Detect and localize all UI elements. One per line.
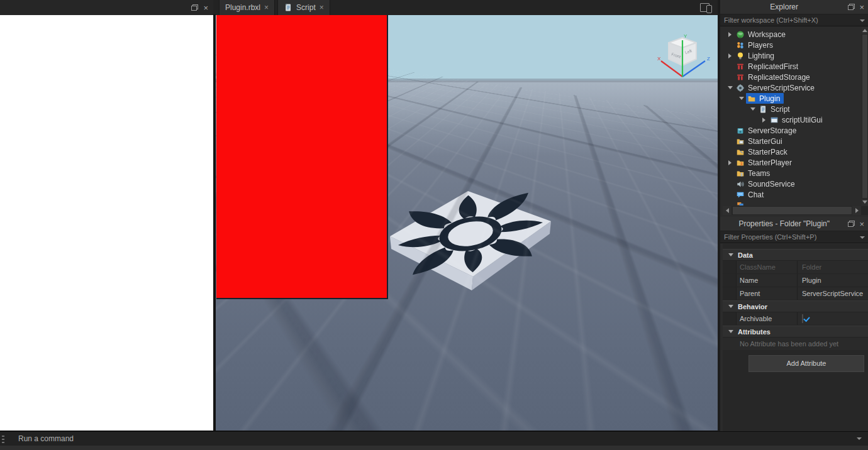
sound-service-icon	[736, 180, 745, 189]
chevron-right-icon[interactable]	[759, 115, 769, 124]
property-row-parent[interactable]: ParentServerScriptService	[723, 287, 868, 300]
tree-item-chat[interactable]: Chat	[723, 189, 862, 200]
tab-close-icon[interactable]: ×	[264, 4, 269, 11]
explorer-vertical-scrollbar[interactable]	[862, 27, 868, 206]
chevron-down-icon[interactable]	[860, 19, 865, 22]
explorer-horizontal-scrollbar[interactable]	[723, 206, 868, 215]
add-attribute-button[interactable]: Add Attribute	[748, 355, 864, 372]
tree-item-startergui[interactable]: StarterGui	[723, 136, 862, 146]
plugin-gui-red-frame[interactable]	[216, 15, 388, 299]
property-gutter	[723, 274, 737, 287]
scroll-left-icon[interactable]	[723, 206, 732, 215]
tree-item-core[interactable]: ServerStorage	[735, 125, 800, 136]
tree-item-core[interactable]: scriptUtilGui	[769, 114, 826, 125]
tab-script[interactable]: Script×	[277, 0, 330, 15]
command-input[interactable]: Run a command	[18, 434, 857, 443]
chevron-down-icon[interactable]	[725, 83, 735, 92]
tree-item-core[interactable]: Chat	[735, 189, 767, 200]
float-window-icon[interactable]	[191, 4, 198, 11]
scrollbar-thumb[interactable]	[733, 207, 852, 214]
close-icon[interactable]: ×	[203, 4, 208, 12]
folder-icon	[747, 94, 756, 103]
scroll-down-icon[interactable]	[862, 199, 868, 206]
property-value[interactable]: Folder	[798, 261, 868, 273]
explorer-header[interactable]: Explorer ×	[720, 0, 868, 14]
tree-item-players[interactable]: Players	[723, 40, 862, 50]
tree-item-lighting[interactable]: Lighting	[723, 50, 862, 61]
tree-item-partial[interactable]	[723, 200, 862, 206]
command-bar[interactable]: Run a command	[0, 431, 868, 446]
property-value[interactable]: Plugin	[798, 274, 868, 287]
tree-item-core[interactable]: Workspace	[735, 29, 789, 40]
properties-filter-input[interactable]: Filter Properties (Ctrl+Shift+P)	[720, 231, 868, 243]
tree-item-core[interactable]: ServerScriptService	[735, 82, 818, 93]
tree-item-core[interactable]: Script	[757, 104, 794, 114]
property-value[interactable]	[798, 312, 868, 325]
property-row-name[interactable]: NamePlugin	[723, 274, 868, 287]
scroll-up-icon[interactable]	[862, 27, 868, 34]
close-icon[interactable]: ×	[859, 220, 864, 228]
tree-item-core[interactable]: Lighting	[735, 50, 778, 61]
chevron-right-icon[interactable]	[725, 158, 735, 167]
tree-item-core[interactable]: ReplicatedFirst	[735, 61, 802, 72]
tree-item-core[interactable]	[735, 200, 752, 206]
tree-item-scriptutilgui[interactable]: scriptUtilGui	[723, 114, 862, 125]
tree-item-replicatedstorage[interactable]: ReplicatedStorage	[723, 72, 862, 82]
tree-item-script[interactable]: Script	[723, 104, 862, 114]
tree-item-serverscriptservice[interactable]: ServerScriptService	[723, 82, 862, 93]
tree-item-serverstorage[interactable]: ServerStorage	[723, 125, 862, 136]
explorer-filter-input[interactable]: Filter workspace (Ctrl+Shift+X)	[720, 14, 868, 26]
tab-plugin-rbxl[interactable]: Plugin.rbxl×	[219, 0, 275, 15]
tree-item-plugin[interactable]: Plugin	[723, 93, 862, 104]
tree-item-soundservice[interactable]: SoundService	[723, 178, 862, 189]
tree-item-core[interactable]: StarterPack	[735, 146, 791, 157]
tree-item-core[interactable]: ReplicatedStorage	[735, 72, 814, 82]
view-cube[interactable]: Front Left X Z Y	[656, 30, 714, 96]
chevron-down-icon[interactable]	[860, 236, 865, 239]
properties-header[interactable]: Properties - Folder "Plugin" ×	[720, 217, 868, 231]
tree-item-label: Plugin	[759, 94, 780, 103]
drag-grip-icon[interactable]	[2, 434, 4, 443]
tree-item-core[interactable]: Players	[735, 40, 777, 50]
property-row-classname[interactable]: ClassNameFolder	[723, 261, 868, 274]
property-value[interactable]: ServerScriptService	[798, 287, 868, 300]
float-window-icon[interactable]	[848, 221, 855, 227]
chevron-down-icon[interactable]	[737, 94, 746, 103]
teams-icon	[736, 169, 745, 178]
tree-item-core[interactable]: SoundService	[735, 178, 799, 189]
tree-item-starterplayer[interactable]: StarterPlayer	[723, 157, 862, 168]
property-gutter	[723, 287, 737, 300]
tree-item-label: scriptUtilGui	[782, 116, 823, 124]
chevron-right-icon[interactable]	[725, 30, 735, 39]
chevron-down-icon[interactable]	[748, 104, 757, 114]
property-row-archivable[interactable]: Archivable	[723, 312, 868, 326]
tree-item-core[interactable]: Plugin	[746, 93, 784, 104]
scrollbar-thumb[interactable]	[862, 35, 867, 198]
3d-viewport[interactable]: Front Left X Z Y	[216, 15, 718, 431]
chevron-down-icon[interactable]	[857, 437, 862, 440]
section-header-data[interactable]: Data	[723, 249, 868, 261]
section-header-behavior[interactable]: Behavior	[723, 300, 868, 312]
tree-item-core[interactable]: StarterPlayer	[735, 157, 796, 168]
chevron-right-icon[interactable]	[725, 51, 735, 60]
chevron-spacer	[725, 179, 735, 189]
chevron-down-icon	[728, 305, 733, 308]
tab-label: Script	[296, 3, 316, 12]
tree-item-label: ReplicatedFirst	[748, 62, 798, 71]
plugin-widget-panel	[0, 15, 213, 431]
tree-item-replicatedfirst[interactable]: ReplicatedFirst	[723, 61, 862, 72]
players-icon	[736, 41, 745, 50]
section-header-attributes[interactable]: Attributes	[723, 326, 868, 338]
device-emulator-icon[interactable]	[700, 3, 713, 12]
archivable-checkbox[interactable]	[802, 314, 803, 323]
scroll-right-icon[interactable]	[852, 206, 861, 215]
tree-item-core[interactable]: Teams	[735, 168, 774, 178]
float-window-icon[interactable]	[848, 4, 855, 10]
tree-item-core[interactable]: StarterGui	[735, 136, 786, 146]
tree-item-starterpack[interactable]: StarterPack	[723, 146, 862, 157]
tree-item-teams[interactable]: Teams	[723, 168, 862, 178]
tab-close-icon[interactable]: ×	[320, 4, 324, 11]
platform-part[interactable]	[386, 187, 555, 297]
tree-item-workspace[interactable]: Workspace	[723, 29, 862, 40]
close-icon[interactable]: ×	[859, 3, 864, 11]
